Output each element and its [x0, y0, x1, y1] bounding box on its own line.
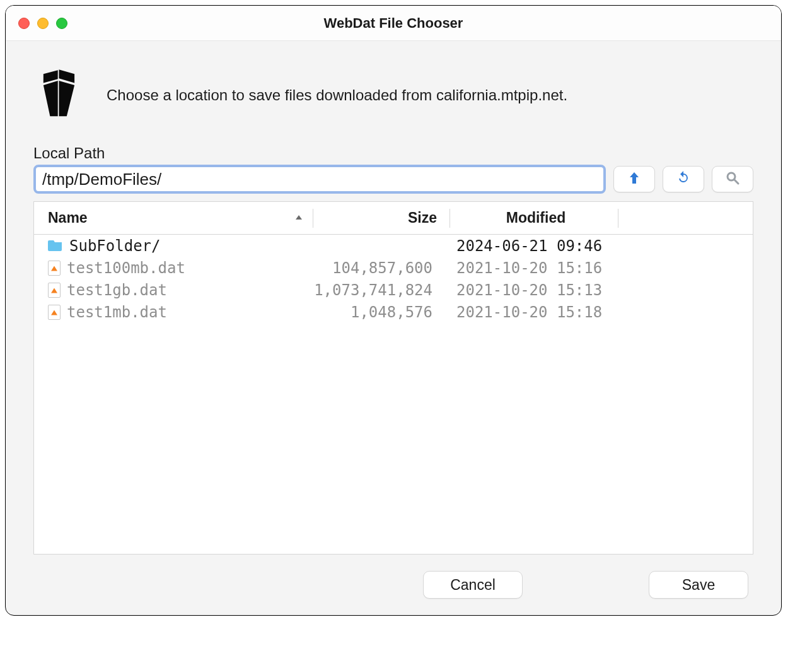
refresh-button[interactable] — [663, 166, 704, 192]
file-size: 1,073,741,824 — [313, 281, 445, 299]
arrow-up-icon — [627, 170, 642, 188]
up-button[interactable] — [613, 166, 655, 192]
column-header-modified[interactable]: Modified — [454, 209, 618, 226]
svg-line-5 — [734, 180, 738, 184]
file-size: 1,048,576 — [313, 303, 445, 321]
window-title: WebDat File Chooser — [6, 15, 781, 32]
file-name: test1gb.dat — [67, 281, 167, 299]
intro-row: Choose a location to save files download… — [33, 65, 753, 126]
save-button[interactable]: Save — [649, 571, 748, 599]
table-row[interactable]: test100mb.dat 104,857,600 2021-10-20 15:… — [34, 257, 753, 279]
column-divider — [313, 209, 313, 228]
column-header-modified-label: Modified — [506, 209, 566, 226]
titlebar: WebDat File Chooser — [6, 6, 781, 41]
close-icon[interactable] — [18, 18, 30, 29]
file-icon — [48, 283, 61, 298]
column-header-size-label: Size — [408, 209, 437, 226]
column-divider — [450, 209, 450, 228]
app-logo-icon — [33, 65, 89, 126]
table-row[interactable]: SubFolder/ 2024-06-21 09:46 — [34, 235, 753, 257]
file-modified: 2021-10-20 15:13 — [445, 281, 609, 299]
folder-icon — [48, 237, 63, 255]
refresh-icon — [676, 170, 691, 188]
path-label: Local Path — [33, 144, 753, 162]
file-name: SubFolder/ — [69, 237, 161, 255]
sort-ascending-icon — [294, 209, 304, 226]
file-name: test1mb.dat — [67, 303, 167, 321]
column-header-name[interactable]: Name — [48, 209, 313, 226]
file-icon — [48, 305, 61, 320]
maximize-icon[interactable] — [56, 18, 67, 29]
table-row[interactable]: test1gb.dat 1,073,741,824 2021-10-20 15:… — [34, 279, 753, 301]
file-chooser-window: WebDat File Chooser Choose a location to… — [5, 5, 782, 616]
svg-marker-1 — [44, 70, 58, 83]
traffic-lights — [18, 18, 67, 29]
file-table: Name Size Modified — [33, 201, 753, 555]
svg-marker-0 — [59, 69, 74, 83]
intro-text: Choose a location to save files download… — [107, 86, 567, 104]
svg-marker-3 — [44, 81, 58, 116]
file-size: 104,857,600 — [313, 259, 445, 277]
table-row[interactable]: test1mb.dat 1,048,576 2021-10-20 15:18 — [34, 301, 753, 323]
file-icon — [48, 261, 61, 276]
svg-marker-2 — [59, 81, 74, 116]
table-header: Name Size Modified — [34, 202, 753, 235]
file-modified: 2024-06-21 09:46 — [445, 237, 609, 255]
column-divider — [618, 209, 618, 228]
minimize-icon[interactable] — [37, 18, 49, 29]
footer: Cancel Save — [33, 555, 753, 600]
file-modified: 2021-10-20 15:18 — [445, 303, 609, 321]
file-modified: 2021-10-20 15:16 — [445, 259, 609, 277]
column-header-name-label: Name — [48, 209, 88, 226]
dialog-body: Choose a location to save files download… — [6, 41, 781, 615]
search-icon — [725, 170, 740, 188]
file-name: test100mb.dat — [67, 259, 185, 277]
path-input[interactable] — [33, 165, 606, 194]
path-row — [33, 165, 753, 194]
table-body[interactable]: SubFolder/ 2024-06-21 09:46 test100mb.da… — [34, 235, 753, 554]
column-header-size[interactable]: Size — [317, 209, 450, 226]
search-button[interactable] — [712, 166, 753, 192]
cancel-button[interactable]: Cancel — [423, 571, 523, 599]
